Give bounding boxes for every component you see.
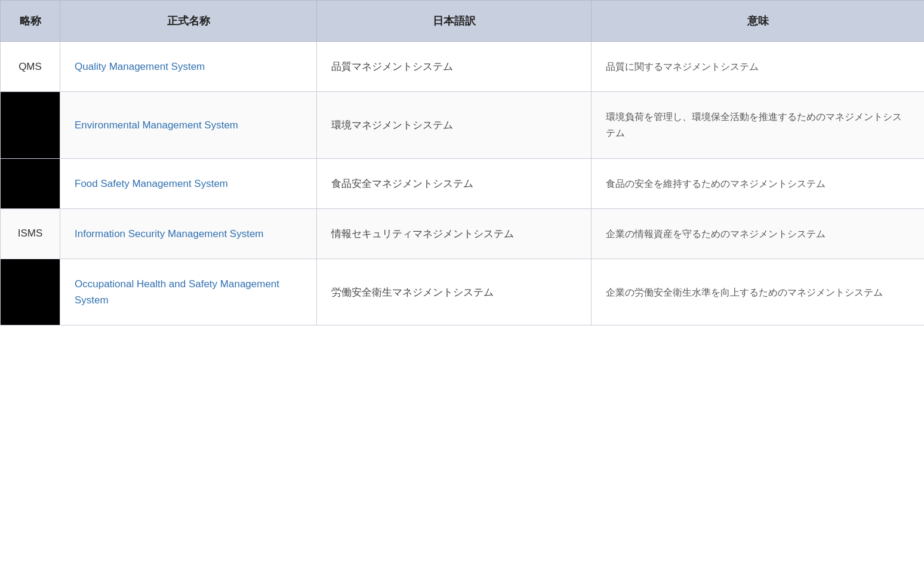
meaning-text: 品質に関するマネジメントシステム [606, 62, 759, 72]
cell-japanese: 品質マネジメントシステム [317, 42, 592, 92]
cell-japanese: 労働安全衛生マネジメントシステム [317, 259, 592, 325]
table-row: QMSQuality Management System品質マネジメントシステム… [1, 42, 925, 92]
cell-meaning: 企業の労働安全衛生水準を向上するためのマネジメントシステム [592, 259, 925, 325]
japanese-text: 品質マネジメントシステム [331, 61, 453, 72]
cell-abbr [1, 259, 60, 325]
cell-japanese: 食品安全マネジメントシステム [317, 158, 592, 208]
cell-abbr: QMS [1, 42, 60, 92]
header-japanese: 日本語訳 [317, 1, 592, 42]
formal-name-text: Occupational Health and Safety Managemen… [75, 278, 279, 306]
japanese-text: 食品安全マネジメントシステム [331, 178, 473, 189]
cell-japanese: 情報セキュリティマネジメントシステム [317, 208, 592, 259]
main-table: 略称 正式名称 日本語訳 意味 QMSQuality Management Sy… [0, 0, 924, 325]
cell-meaning: 環境負荷を管理し、環境保全活動を推進するためのマネジメントシステム [592, 92, 925, 158]
table-row: Food Safety Management System食品安全マネジメントシ… [1, 158, 925, 208]
meaning-text: 企業の労働安全衛生水準を向上するためのマネジメントシステム [606, 287, 883, 297]
cell-abbr [1, 92, 60, 158]
cell-abbr: ISMS [1, 208, 60, 259]
meaning-text: 環境負荷を管理し、環境保全活動を推進するためのマネジメントシステム [606, 112, 902, 138]
formal-name-text: Quality Management System [75, 61, 205, 72]
cell-formal-name: Quality Management System [60, 42, 317, 92]
cell-abbr [1, 158, 60, 208]
cell-japanese: 環境マネジメントシステム [317, 92, 592, 158]
formal-name-text: Environmental Management System [75, 119, 238, 131]
header-abbr: 略称 [1, 1, 60, 42]
table-row: Occupational Health and Safety Managemen… [1, 259, 925, 325]
meaning-text: 企業の情報資産を守るためのマネジメントシステム [606, 229, 826, 239]
japanese-text: 環境マネジメントシステム [331, 119, 453, 131]
meaning-text: 食品の安全を維持するためのマネジメントシステム [606, 179, 826, 189]
cell-meaning: 食品の安全を維持するためのマネジメントシステム [592, 158, 925, 208]
cell-meaning: 企業の情報資産を守るためのマネジメントシステム [592, 208, 925, 259]
formal-name-text: Information Security Management System [75, 228, 264, 239]
formal-name-text: Food Safety Management System [75, 178, 228, 189]
header-meaning: 意味 [592, 1, 925, 42]
cell-meaning: 品質に関するマネジメントシステム [592, 42, 925, 92]
table-header-row: 略称 正式名称 日本語訳 意味 [1, 1, 925, 42]
table-row: ISMSInformation Security Management Syst… [1, 208, 925, 259]
cell-formal-name: Occupational Health and Safety Managemen… [60, 259, 317, 325]
table-row: Environmental Management System環境マネジメントシ… [1, 92, 925, 158]
header-formal: 正式名称 [60, 1, 317, 42]
japanese-text: 労働安全衛生マネジメントシステム [331, 287, 494, 298]
cell-formal-name: Food Safety Management System [60, 158, 317, 208]
cell-formal-name: Environmental Management System [60, 92, 317, 158]
cell-formal-name: Information Security Management System [60, 208, 317, 259]
japanese-text: 情報セキュリティマネジメントシステム [331, 228, 514, 239]
